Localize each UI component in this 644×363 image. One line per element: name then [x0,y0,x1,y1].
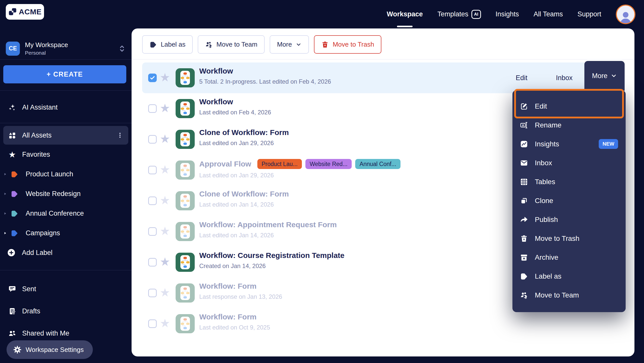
menu-item-label: Inbox [535,159,552,167]
caret-right-icon[interactable] [3,172,7,176]
menu-item-publish[interactable]: Publish [512,210,626,229]
sidebar-item-annual-conference[interactable]: Annual Conference [0,204,132,223]
nav-all-teams-label: All Teams [534,10,563,18]
menu-item-inbox[interactable]: Inbox [512,153,626,172]
people-icon [8,329,16,337]
label-as-button[interactable]: Label as [142,35,193,54]
favorite-star-icon[interactable]: ★ [160,317,170,329]
menu-items: Edit Rename Insights NEW Inbox Tables Cl… [512,97,626,305]
row-checkbox[interactable] [148,74,157,82]
create-button[interactable]: + CREATE [3,65,126,83]
more-context-menu: More Edit Rename Insights NEW Inbox Tabl… [512,90,626,312]
workspace-name: My Workspace [25,41,68,49]
caret-right-icon[interactable] [3,211,7,216]
menu-item-rename[interactable]: Rename [512,116,626,135]
row-checkbox[interactable] [148,227,157,236]
workspace-selector[interactable]: CE My Workspace Personal [0,28,132,59]
move-to-team-text: Move to Team [216,41,257,48]
row-title[interactable]: Workflow: Appointment Request Form [199,220,337,229]
menu-item-tables[interactable]: Tables [512,172,626,191]
publish-icon [520,216,528,224]
row-title[interactable]: Workflow [199,97,233,106]
row-checkbox[interactable] [148,258,157,267]
favorite-star-icon[interactable]: ★ [160,102,170,114]
row-title[interactable]: Workflow: Form [199,313,257,321]
row-title[interactable]: Workflow: Course Registration Template [199,251,344,260]
menu-item-move-to-trash[interactable]: Move to Trash [512,229,626,248]
sidebar-item-favorites[interactable]: ★ Favorites [0,145,132,164]
sidebar-item-all-assets[interactable]: All Assets [3,126,128,145]
favorite-star-icon[interactable]: ★ [160,194,170,206]
favorite-star-icon[interactable]: ★ [160,225,170,237]
chevron-up-down-icon[interactable] [118,44,126,53]
sidebar-item-add-label[interactable]: Add Label [0,243,132,262]
caret-right-icon[interactable] [3,231,7,235]
favorite-star-icon[interactable]: ★ [160,133,170,145]
nav-workspace-label: Workspace [387,10,423,18]
sidebar-item-drafts[interactable]: Drafts [0,300,132,322]
nav-support[interactable]: Support [577,10,601,18]
workflow-icon [176,68,195,87]
sidebar-item-sent[interactable]: Sent [0,278,132,300]
row-inbox-action[interactable]: Inbox [556,74,573,82]
menu-item-edit[interactable]: Edit [512,97,626,116]
row-text: Workflow Last edited on Feb 4, 2026 [199,97,271,116]
menu-item-insights[interactable]: Insights NEW [512,135,626,153]
menu-item-move-to-team[interactable]: Move to Team [512,286,626,305]
row-more-button[interactable]: More [584,61,625,91]
acme-logo[interactable]: ACME [6,4,44,20]
move-to-team-button[interactable]: Move to Team [198,35,265,54]
favorite-star-icon[interactable]: ★ [160,72,170,83]
row-title[interactable]: Approval Flow [199,160,251,168]
menu-item-clone[interactable]: Clone [512,191,626,210]
check-icon [149,75,155,81]
row-title[interactable]: Clone of Workflow: Form [199,128,289,137]
sidebar-item-campaigns[interactable]: Campaigns [0,223,132,243]
favorite-star-icon[interactable]: ★ [160,164,170,175]
sidebar-label-name: Campaigns [26,229,60,237]
row-subtitle: Last edited on Jan 29, 2026 [199,140,295,147]
nav-insights[interactable]: Insights [496,10,519,18]
row-edit-action[interactable]: Edit [516,74,528,82]
workflow-icon [176,160,195,180]
favorites-label: Favorites [22,151,50,158]
row-checkbox[interactable] [148,104,157,113]
favorite-star-icon[interactable]: ★ [160,256,170,268]
sidebar-item-ai-assistant[interactable]: AI Assistant [0,98,132,117]
kebab-menu-icon[interactable] [117,131,123,139]
row-title[interactable]: Workflow [199,67,233,75]
row-checkbox[interactable] [148,166,157,174]
more-button[interactable]: More [270,35,309,54]
workflow-icon [176,283,195,303]
row-text: Approval Flow Product Lau...Website Red.… [199,159,400,179]
row-checkbox[interactable] [148,319,157,328]
more-text: More [277,41,292,48]
row-title[interactable]: Workflow: Form [199,282,257,290]
menu-item-label: Publish [535,216,558,224]
sidebar-item-website-redesign[interactable]: Website Redesign [0,184,132,204]
menu-item-archive[interactable]: Archive [512,248,626,267]
asset-row[interactable]: ★ Workflow: Form Last edited on Oct 9, 2… [142,308,621,339]
row-checkbox[interactable] [148,289,157,297]
menu-item-label: Insights [535,140,559,148]
row-checkbox[interactable] [148,135,157,144]
menu-item-label-as[interactable]: Label as [512,267,626,286]
move-to-trash-button[interactable]: Move to Trash [314,35,381,54]
asset-row[interactable]: ★ Workflow 5 Total. 2 In-progress. Last … [142,62,621,93]
row-checkbox[interactable] [148,196,157,205]
workspace-settings-button[interactable]: Workspace Settings [7,340,93,359]
nav-all-teams[interactable]: All Teams [534,10,563,18]
sidebar-item-product-launch[interactable]: Product Launch [0,164,132,184]
workflow-icon [176,99,195,118]
tag-icon [149,41,157,48]
caret-right-icon[interactable] [3,192,7,196]
row-title[interactable]: Clone of Workflow: Form [199,190,289,198]
bulk-actions-toolbar: Label as Move to Team More Move to Trash [132,28,634,54]
nav-workspace[interactable]: Workspace [387,10,423,18]
favorite-star-icon[interactable]: ★ [160,287,170,298]
user-avatar[interactable] [616,5,635,24]
sidebar-label-name: Annual Conference [26,210,84,217]
row-subtitle: Last edited on Jan 14, 2026 [199,232,343,239]
label-tag-icon [10,229,19,237]
nav-templates[interactable]: Templates AI [437,10,481,19]
